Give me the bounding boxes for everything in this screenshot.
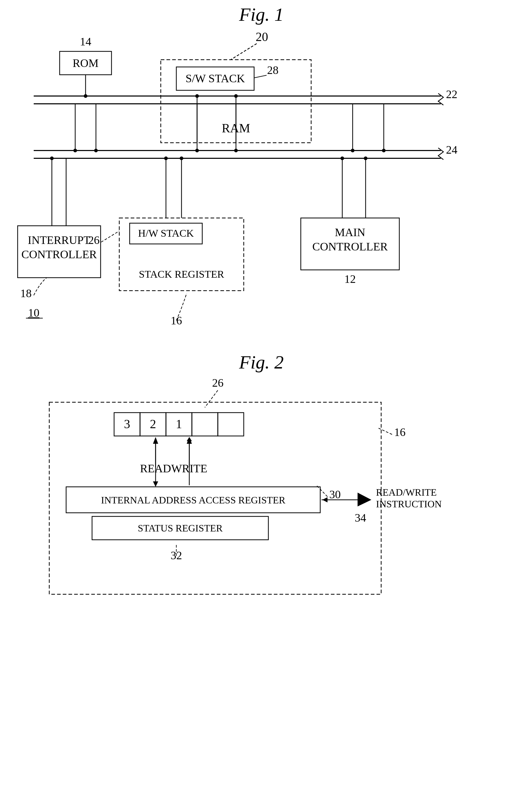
svg-line-31 [101, 231, 119, 242]
ref-34: 34 [355, 512, 366, 524]
svg-line-44 [205, 390, 218, 408]
hw-stack-label: H/W STACK [138, 227, 194, 239]
svg-point-18 [94, 149, 98, 152]
interrupt-controller-line1: INTERRUPT [28, 234, 90, 246]
stack-cell-3: 3 [124, 417, 130, 431]
status-reg-label: STATUS REGISTER [138, 523, 223, 534]
svg-point-22 [234, 149, 238, 152]
ref-16-fig2: 16 [394, 426, 405, 438]
ref-16-fig1: 16 [170, 314, 182, 327]
internal-reg-label: INTERNAL ADDRESS ACCESS REGISTER [101, 495, 286, 505]
svg-point-40 [340, 156, 344, 160]
svg-rect-51 [218, 413, 244, 436]
svg-point-16 [73, 149, 77, 152]
main-controller-line1: MAIN [335, 226, 365, 239]
svg-point-37 [180, 156, 183, 160]
svg-point-24 [351, 149, 355, 152]
rw-instruction-line2: INSTRUCTION [376, 499, 441, 509]
stack-register-label: STACK REGISTER [139, 268, 224, 280]
svg-line-45 [379, 428, 392, 434]
svg-marker-59 [187, 437, 192, 441]
ref-18: 18 [20, 287, 32, 300]
ref-20: 20 [256, 30, 268, 44]
svg-line-0 [231, 44, 257, 60]
sw-stack-label: S/W STACK [185, 72, 245, 85]
stack-cell-2: 2 [150, 417, 156, 431]
svg-point-10 [195, 94, 199, 98]
ref-14: 14 [80, 35, 91, 48]
svg-marker-63 [322, 497, 327, 502]
rom-label: ROM [73, 57, 98, 70]
svg-point-42 [364, 156, 367, 160]
svg-point-29 [50, 156, 54, 160]
ref-24: 24 [446, 143, 457, 156]
stack-cell-1: 1 [176, 417, 182, 431]
rw-instruction-line1: READ/WRITE [376, 487, 437, 498]
svg-marker-57 [153, 481, 158, 487]
fig1-title: Fig. 1 [239, 4, 284, 25]
svg-line-3 [254, 75, 267, 78]
svg-point-20 [195, 149, 199, 152]
ref-10: 10 [28, 307, 39, 319]
main-controller-line2: CONTROLLER [312, 240, 388, 253]
ref-22: 22 [446, 88, 457, 101]
fig2-title: Fig. 2 [239, 352, 284, 373]
ref-26-fig1: 26 [88, 234, 100, 246]
svg-rect-50 [192, 413, 218, 436]
interrupt-controller-line2: CONTROLLER [21, 248, 97, 261]
svg-point-8 [84, 94, 87, 98]
svg-marker-64 [358, 493, 371, 506]
ref-28: 28 [267, 64, 278, 76]
svg-point-12 [234, 94, 238, 98]
ref-30: 30 [329, 488, 341, 501]
ref-26-fig2: 26 [212, 377, 223, 389]
ref-12: 12 [344, 273, 356, 286]
svg-point-35 [164, 156, 168, 160]
svg-point-26 [382, 149, 385, 152]
